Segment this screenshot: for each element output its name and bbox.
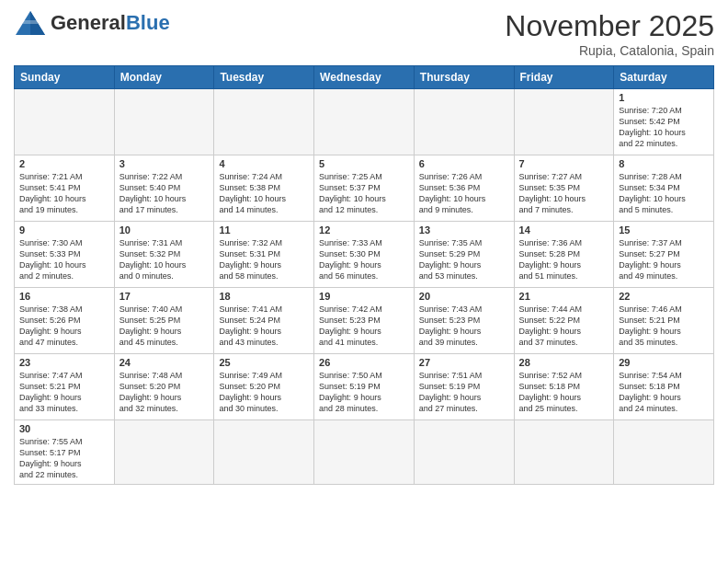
day-info: Sunrise: 7:26 AM Sunset: 5:36 PM Dayligh… <box>419 171 509 216</box>
day-number: 7 <box>519 158 609 169</box>
calendar-cell: 18Sunrise: 7:41 AM Sunset: 5:24 PM Dayli… <box>214 288 314 354</box>
day-number: 1 <box>619 92 709 103</box>
day-info: Sunrise: 7:43 AM Sunset: 5:23 PM Dayligh… <box>419 304 509 349</box>
day-info: Sunrise: 7:38 AM Sunset: 5:26 PM Dayligh… <box>19 304 109 349</box>
day-number: 21 <box>519 291 609 302</box>
month-title: November 2025 <box>505 9 714 43</box>
calendar-cell: 15Sunrise: 7:37 AM Sunset: 5:27 PM Dayli… <box>614 222 714 288</box>
col-tuesday: Tuesday <box>214 66 314 89</box>
calendar-cell: 13Sunrise: 7:35 AM Sunset: 5:29 PM Dayli… <box>414 222 514 288</box>
calendar-week-row: 30Sunrise: 7:55 AM Sunset: 5:17 PM Dayli… <box>15 420 714 485</box>
calendar-week-row: 16Sunrise: 7:38 AM Sunset: 5:26 PM Dayli… <box>15 288 714 354</box>
day-number: 26 <box>319 357 409 368</box>
day-info: Sunrise: 7:33 AM Sunset: 5:30 PM Dayligh… <box>319 237 409 282</box>
calendar-week-row: 9Sunrise: 7:30 AM Sunset: 5:33 PM Daylig… <box>15 222 714 288</box>
day-number: 18 <box>219 291 309 302</box>
calendar-cell <box>414 420 514 485</box>
day-info: Sunrise: 7:50 AM Sunset: 5:19 PM Dayligh… <box>319 370 409 415</box>
col-saturday: Saturday <box>614 66 714 89</box>
day-number: 30 <box>19 423 109 434</box>
logo-text: GeneralBlue <box>51 13 170 33</box>
calendar-cell: 10Sunrise: 7:31 AM Sunset: 5:32 PM Dayli… <box>114 222 214 288</box>
calendar-week-row: 1Sunrise: 7:20 AM Sunset: 5:42 PM Daylig… <box>15 89 714 155</box>
calendar-cell: 5Sunrise: 7:25 AM Sunset: 5:37 PM Daylig… <box>314 155 415 222</box>
day-number: 16 <box>19 291 109 302</box>
day-info: Sunrise: 7:54 AM Sunset: 5:18 PM Dayligh… <box>619 370 709 415</box>
calendar-cell <box>514 420 614 485</box>
day-info: Sunrise: 7:22 AM Sunset: 5:40 PM Dayligh… <box>119 171 210 216</box>
day-number: 29 <box>619 357 709 368</box>
day-info: Sunrise: 7:35 AM Sunset: 5:29 PM Dayligh… <box>419 237 509 282</box>
calendar-cell: 24Sunrise: 7:48 AM Sunset: 5:20 PM Dayli… <box>114 354 214 420</box>
col-monday: Monday <box>114 66 214 89</box>
calendar-cell: 3Sunrise: 7:22 AM Sunset: 5:40 PM Daylig… <box>114 155 214 222</box>
logo-icon <box>14 9 47 37</box>
calendar-week-row: 2Sunrise: 7:21 AM Sunset: 5:41 PM Daylig… <box>15 155 714 222</box>
calendar-cell <box>314 89 415 155</box>
calendar-cell: 23Sunrise: 7:47 AM Sunset: 5:21 PM Dayli… <box>15 354 115 420</box>
day-info: Sunrise: 7:41 AM Sunset: 5:24 PM Dayligh… <box>219 304 309 349</box>
day-info: Sunrise: 7:46 AM Sunset: 5:21 PM Dayligh… <box>619 304 709 349</box>
day-number: 2 <box>19 158 109 169</box>
day-info: Sunrise: 7:24 AM Sunset: 5:38 PM Dayligh… <box>219 171 309 216</box>
day-info: Sunrise: 7:51 AM Sunset: 5:19 PM Dayligh… <box>419 370 509 415</box>
calendar-cell: 20Sunrise: 7:43 AM Sunset: 5:23 PM Dayli… <box>414 288 514 354</box>
day-info: Sunrise: 7:52 AM Sunset: 5:18 PM Dayligh… <box>519 370 609 415</box>
col-wednesday: Wednesday <box>314 66 415 89</box>
calendar-week-row: 23Sunrise: 7:47 AM Sunset: 5:21 PM Dayli… <box>15 354 714 420</box>
calendar-cell <box>514 89 614 155</box>
location: Rupia, Catalonia, Spain <box>505 43 714 58</box>
day-number: 14 <box>519 224 609 236</box>
calendar-cell: 29Sunrise: 7:54 AM Sunset: 5:18 PM Dayli… <box>614 354 714 420</box>
day-info: Sunrise: 7:20 AM Sunset: 5:42 PM Dayligh… <box>619 105 709 150</box>
day-number: 11 <box>219 224 309 236</box>
day-number: 15 <box>619 224 709 236</box>
col-thursday: Thursday <box>414 66 514 89</box>
day-info: Sunrise: 7:31 AM Sunset: 5:32 PM Dayligh… <box>119 237 210 282</box>
col-sunday: Sunday <box>15 66 115 89</box>
day-info: Sunrise: 7:36 AM Sunset: 5:28 PM Dayligh… <box>519 237 609 282</box>
day-number: 6 <box>419 158 509 169</box>
calendar-cell: 6Sunrise: 7:26 AM Sunset: 5:36 PM Daylig… <box>414 155 514 222</box>
calendar-cell <box>314 420 415 485</box>
day-info: Sunrise: 7:32 AM Sunset: 5:31 PM Dayligh… <box>219 237 309 282</box>
logo: GeneralBlue <box>14 9 170 37</box>
calendar-cell: 2Sunrise: 7:21 AM Sunset: 5:41 PM Daylig… <box>15 155 115 222</box>
calendar-cell <box>214 420 314 485</box>
day-info: Sunrise: 7:21 AM Sunset: 5:41 PM Dayligh… <box>19 171 109 216</box>
day-number: 22 <box>619 291 709 302</box>
calendar-cell: 27Sunrise: 7:51 AM Sunset: 5:19 PM Dayli… <box>414 354 514 420</box>
day-info: Sunrise: 7:40 AM Sunset: 5:25 PM Dayligh… <box>119 304 210 349</box>
day-number: 10 <box>119 224 210 236</box>
day-number: 17 <box>119 291 210 302</box>
day-info: Sunrise: 7:28 AM Sunset: 5:34 PM Dayligh… <box>619 171 709 216</box>
calendar-cell: 25Sunrise: 7:49 AM Sunset: 5:20 PM Dayli… <box>214 354 314 420</box>
calendar-cell: 9Sunrise: 7:30 AM Sunset: 5:33 PM Daylig… <box>15 222 115 288</box>
day-number: 19 <box>319 291 409 302</box>
day-number: 8 <box>619 158 709 169</box>
calendar-cell: 22Sunrise: 7:46 AM Sunset: 5:21 PM Dayli… <box>614 288 714 354</box>
calendar-cell <box>114 89 214 155</box>
page-header: GeneralBlue November 2025 Rupia, Catalon… <box>14 9 714 58</box>
day-number: 9 <box>19 224 109 236</box>
col-friday: Friday <box>514 66 614 89</box>
calendar-cell: 21Sunrise: 7:44 AM Sunset: 5:22 PM Dayli… <box>514 288 614 354</box>
svg-rect-2 <box>23 20 38 24</box>
calendar-cell: 19Sunrise: 7:42 AM Sunset: 5:23 PM Dayli… <box>314 288 415 354</box>
calendar-cell: 16Sunrise: 7:38 AM Sunset: 5:26 PM Dayli… <box>15 288 115 354</box>
day-number: 3 <box>119 158 210 169</box>
day-info: Sunrise: 7:25 AM Sunset: 5:37 PM Dayligh… <box>319 171 409 216</box>
calendar-cell: 1Sunrise: 7:20 AM Sunset: 5:42 PM Daylig… <box>614 89 714 155</box>
calendar-cell: 11Sunrise: 7:32 AM Sunset: 5:31 PM Dayli… <box>214 222 314 288</box>
day-number: 12 <box>319 224 409 236</box>
day-info: Sunrise: 7:37 AM Sunset: 5:27 PM Dayligh… <box>619 237 709 282</box>
day-info: Sunrise: 7:47 AM Sunset: 5:21 PM Dayligh… <box>19 370 109 415</box>
calendar-cell <box>614 420 714 485</box>
day-number: 27 <box>419 357 509 368</box>
day-info: Sunrise: 7:55 AM Sunset: 5:17 PM Dayligh… <box>19 436 109 481</box>
calendar-header-row: Sunday Monday Tuesday Wednesday Thursday… <box>15 66 714 89</box>
calendar-cell <box>414 89 514 155</box>
day-info: Sunrise: 7:44 AM Sunset: 5:22 PM Dayligh… <box>519 304 609 349</box>
day-info: Sunrise: 7:49 AM Sunset: 5:20 PM Dayligh… <box>219 370 309 415</box>
day-number: 4 <box>219 158 309 169</box>
